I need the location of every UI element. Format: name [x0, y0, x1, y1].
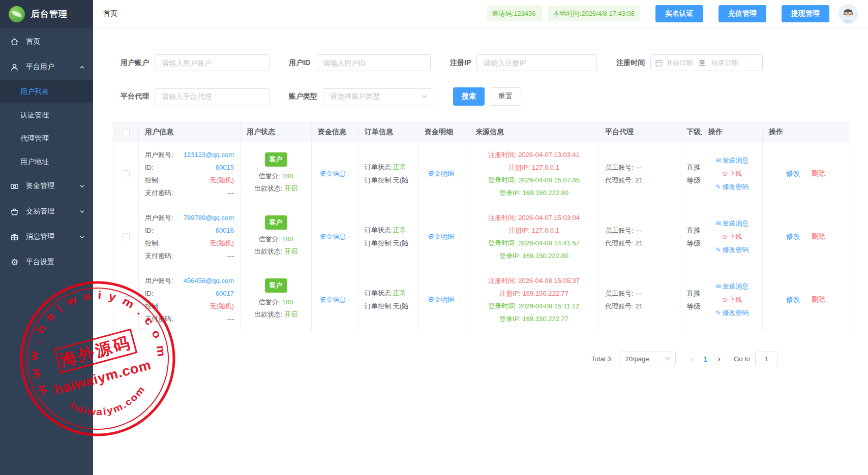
sidebar-item-user-list[interactable]: 用户列表 [0, 80, 93, 103]
offline-link[interactable]: ⊙下线 [722, 296, 742, 303]
user-table: 用户信息 用户状态 资金信息 订单信息 资金明细 来源信息 平台代理 下级人数 … [113, 122, 849, 331]
local-time-tag: 本地时间:2026/4/8 17:43:08 [548, 6, 640, 21]
col-user-status: 用户状态 [241, 122, 312, 142]
current-page[interactable]: 1 [698, 355, 712, 363]
gift-icon [10, 233, 19, 241]
col-subordinate: 下级人数 [680, 122, 702, 142]
offline-icon: ⊙ [722, 233, 727, 240]
send-message-link[interactable]: ✉发送消息 [715, 219, 749, 227]
change-password-link[interactable]: ✎修改密码 [715, 183, 749, 191]
edit-link[interactable]: 修改 [786, 169, 800, 177]
bag-icon [10, 207, 19, 216]
sidebar-item-settings[interactable]: ⚙ 平台设置 [0, 249, 93, 275]
chevron-up-icon [79, 65, 85, 70]
sidebar-item-agent-mgmt[interactable]: 代理管理 [0, 126, 93, 150]
userid-input[interactable] [316, 54, 431, 71]
table-row: 用户账号:789789@qq.com ID:60016 控制:无(随机) 支付密… [113, 205, 849, 268]
sidebar-item-trade[interactable]: 交易管理 [0, 199, 93, 224]
mail-icon: ✉ [715, 283, 721, 290]
col-actions: 操作 [702, 122, 763, 142]
delete-link[interactable]: 删除 [811, 295, 825, 303]
edit-icon: ✎ [715, 183, 721, 191]
goto-page-input[interactable] [755, 352, 778, 366]
date-start-placeholder: 开始日期 [666, 58, 693, 68]
select-all-checkbox[interactable] [123, 129, 130, 136]
fund-detail-link[interactable]: 资金明细 [428, 233, 454, 240]
sidebar-item-user-address[interactable]: 用户地址 [0, 150, 93, 173]
goto-label: Go to [734, 355, 750, 363]
fund-info-link[interactable]: 资金信息·· [319, 170, 350, 177]
reset-button[interactable]: 重置 [490, 87, 521, 106]
table-row: 用户账号:123123@qq.com ID:60015 控制:无(随机) 支付密… [113, 142, 849, 205]
user-id: 60015 [216, 161, 234, 174]
mail-icon: ✉ [715, 157, 721, 164]
user-account-link[interactable]: 456456@qq.com [184, 274, 234, 287]
account-label: 用户账户 [121, 58, 149, 68]
offline-link[interactable]: ⊙下线 [722, 233, 742, 240]
fund-detail-link[interactable]: 资金明细 [428, 296, 454, 303]
pay-password-value: --- [227, 249, 234, 262]
chevron-down-icon [79, 183, 85, 189]
edit-link[interactable]: 修改 [786, 295, 800, 303]
page-size-select[interactable]: 20/page [619, 352, 676, 366]
delete-link[interactable]: 删除 [811, 232, 825, 240]
avatar[interactable] [839, 4, 858, 23]
main-content: 用户账户 用户ID 注册IP 注册时间 开始日期 至 结束日期 [93, 28, 868, 475]
breadcrumb[interactable]: 首页 [103, 9, 117, 18]
date-end-placeholder: 结束日期 [711, 58, 738, 68]
row-checkbox[interactable] [123, 170, 130, 177]
account-type-select[interactable]: 请选择账户类型 [323, 88, 433, 105]
regip-input[interactable] [476, 54, 597, 71]
sidebar-item-home[interactable]: 首页 [0, 29, 93, 54]
recharge-mgmt-button[interactable]: 充值管理 [719, 5, 766, 22]
search-button[interactable]: 搜索 [453, 87, 485, 106]
customer-badge: 客户 [265, 215, 287, 230]
sidebar: 后台管理 首页 平台用户 用户列表 认证管理 代理管理 用户地址 资金管理 [0, 0, 93, 475]
customer-badge: 客户 [265, 152, 287, 167]
withdraw-mgmt-button[interactable]: 提现管理 [782, 5, 829, 22]
user-account-link[interactable]: 123123@qq.com [184, 148, 234, 161]
userid-label: 用户ID [289, 58, 310, 68]
col-source-info: 来源信息 [469, 122, 599, 142]
account-type-label: 账户类型 [289, 92, 317, 101]
delete-link[interactable]: 删除 [811, 169, 825, 177]
account-input[interactable] [155, 54, 270, 71]
date-separator: 至 [699, 58, 705, 68]
platform-agent-input[interactable] [155, 88, 270, 105]
calendar-icon [655, 59, 663, 67]
sidebar-item-messages[interactable]: 消息管理 [0, 224, 93, 249]
money-icon [10, 182, 19, 191]
fund-info-link[interactable]: 资金信息·· [319, 233, 350, 240]
row-checkbox[interactable] [123, 296, 130, 303]
chevron-down-icon [665, 355, 671, 363]
row-checkbox[interactable] [123, 233, 130, 240]
search-form: 用户账户 用户ID 注册IP 注册时间 开始日期 至 结束日期 [93, 28, 868, 106]
table-row: 用户账号:456456@qq.com ID:60017 控制:无(随机) 支付密… [113, 268, 849, 331]
send-message-link[interactable]: ✉发送消息 [715, 156, 749, 164]
fund-info-link[interactable]: 资金信息·· [319, 296, 350, 303]
offline-link[interactable]: ⊙下线 [722, 170, 742, 177]
edit-link[interactable]: 修改 [786, 232, 800, 240]
edit-icon: ✎ [715, 309, 721, 316]
next-page-button[interactable]: › [712, 355, 726, 364]
sidebar-item-auth-mgmt[interactable]: 认证管理 [0, 103, 93, 126]
home-icon [10, 38, 19, 46]
pagination: Total 3 20/page ‹ 1 › Go to [93, 352, 778, 366]
prev-page-button[interactable]: ‹ [685, 355, 698, 364]
change-password-link[interactable]: ✎修改密码 [715, 309, 749, 316]
change-password-link[interactable]: ✎修改密码 [715, 246, 749, 254]
control-value: 无(随机) [209, 300, 234, 312]
sidebar-item-funds[interactable]: 资金管理 [0, 173, 93, 199]
chevron-down-icon [79, 209, 85, 214]
sidebar-item-platform-users[interactable]: 平台用户 [0, 54, 93, 80]
invite-code-tag: 邀请码:123456 [487, 6, 542, 21]
user-icon [10, 63, 19, 72]
realname-auth-button[interactable]: 实名认证 [655, 5, 703, 22]
user-account-link[interactable]: 789789@qq.com [184, 211, 234, 224]
fund-detail-link[interactable]: 资金明细 [428, 170, 454, 177]
mail-icon: ✉ [715, 220, 721, 227]
control-value: 无(随机) [209, 174, 234, 186]
pay-password-value: --- [227, 312, 234, 325]
date-range-picker[interactable]: 开始日期 至 结束日期 [650, 54, 763, 71]
send-message-link[interactable]: ✉发送消息 [715, 282, 749, 290]
